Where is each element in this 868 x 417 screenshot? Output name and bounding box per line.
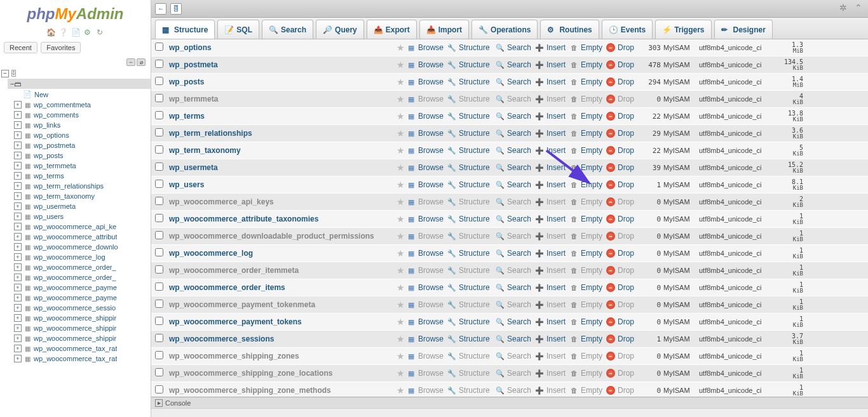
row-checkbox[interactable] <box>155 197 163 205</box>
tree-table-item[interactable]: +▦wp_commentmeta <box>1 100 151 110</box>
favorite-star-icon[interactable]: ★ <box>394 94 407 104</box>
expand-toggle-icon[interactable]: + <box>14 172 22 180</box>
help-icon[interactable]: ❔ <box>58 28 67 37</box>
search-action[interactable]: 🔍Search <box>496 60 535 69</box>
structure-action[interactable]: 🔧Structure <box>447 300 496 309</box>
empty-action[interactable]: 🗑Empty <box>569 180 606 189</box>
console-bar[interactable]: ▸Console <box>151 397 868 408</box>
expand-toggle-icon[interactable]: + <box>14 243 22 251</box>
table-name-link[interactable]: wp_woocommerce_sessions <box>166 334 394 343</box>
browse-action[interactable]: ▦Browse <box>407 146 447 155</box>
structure-action[interactable]: 🔧Structure <box>447 369 496 378</box>
empty-action[interactable]: 🗑Empty <box>569 300 606 309</box>
logo[interactable]: phpMyAdmin <box>0 0 151 28</box>
insert-action[interactable]: ➕Insert <box>535 266 569 275</box>
browse-action[interactable]: ▦Browse <box>407 317 447 326</box>
row-checkbox[interactable] <box>155 248 163 256</box>
row-checkbox[interactable] <box>155 334 163 342</box>
search-action[interactable]: 🔍Search <box>496 283 535 292</box>
tree-table-item[interactable]: +▦wp_links <box>1 120 151 130</box>
table-name-link[interactable]: wp_options <box>166 43 394 52</box>
empty-action[interactable]: 🗑Empty <box>569 317 606 326</box>
table-name-link[interactable]: wp_woocommerce_order_items <box>166 283 394 292</box>
insert-action[interactable]: ➕Insert <box>535 129 569 138</box>
search-action[interactable]: 🔍Search <box>496 129 535 138</box>
row-checkbox[interactable] <box>155 231 163 239</box>
recent-button[interactable]: Recent <box>4 42 37 53</box>
table-name-link[interactable]: wp_posts <box>166 77 394 86</box>
favorite-star-icon[interactable]: ★ <box>394 43 407 53</box>
table-name-link[interactable]: wp_woocommerce_payment_tokenmeta <box>166 300 394 309</box>
tree-table-item[interactable]: +▦wp_usermeta <box>1 201 151 211</box>
expand-toggle-icon[interactable]: − <box>1 70 9 77</box>
search-action[interactable]: 🔍Search <box>496 352 535 361</box>
tree-table-item[interactable]: +▦wp_woocommerce_downlo <box>1 242 151 252</box>
favorite-star-icon[interactable]: ★ <box>394 180 407 190</box>
structure-action[interactable]: 🔧Structure <box>447 232 496 241</box>
structure-action[interactable]: 🔧Structure <box>447 334 496 343</box>
browse-action[interactable]: ▦Browse <box>407 249 447 258</box>
drop-action[interactable]: −Drop <box>606 112 637 121</box>
tree-table-item[interactable]: +▦wp_woocommerce_shippir <box>1 313 151 323</box>
tab-structure[interactable]: ▦Structure <box>155 20 215 39</box>
favorite-star-icon[interactable]: ★ <box>394 162 407 173</box>
search-action[interactable]: 🔍Search <box>496 146 535 155</box>
structure-action[interactable]: 🔧Structure <box>447 60 496 69</box>
row-checkbox[interactable] <box>155 43 163 51</box>
favorite-star-icon[interactable]: ★ <box>394 197 407 207</box>
row-checkbox[interactable] <box>155 300 163 308</box>
tree-table-item[interactable]: +▦wp_termmeta <box>1 161 151 171</box>
favorite-star-icon[interactable]: ★ <box>394 334 407 344</box>
empty-action[interactable]: 🗑Empty <box>569 369 606 378</box>
table-name-link[interactable]: wp_woocommerce_api_keys <box>166 197 394 206</box>
search-action[interactable]: 🔍Search <box>496 334 535 343</box>
insert-action[interactable]: ➕Insert <box>535 112 569 121</box>
drop-action[interactable]: −Drop <box>606 283 637 292</box>
row-checkbox[interactable] <box>155 111 163 119</box>
structure-action[interactable]: 🔧Structure <box>447 163 496 172</box>
tree-table-item[interactable]: +▦wp_woocommerce_shippir <box>1 333 151 343</box>
browse-action[interactable]: ▦Browse <box>407 369 447 378</box>
drop-action[interactable]: −Drop <box>606 215 637 223</box>
structure-action[interactable]: 🔧Structure <box>447 77 496 86</box>
tree-table-item[interactable]: +▦wp_woocommerce_sessio <box>1 303 151 313</box>
search-action[interactable]: 🔍Search <box>496 112 535 121</box>
reload-icon[interactable]: ↻ <box>95 28 104 37</box>
insert-action[interactable]: ➕Insert <box>535 300 569 309</box>
expand-toggle-icon[interactable]: + <box>14 142 22 149</box>
row-checkbox[interactable] <box>155 180 163 188</box>
expand-toggle-icon[interactable]: + <box>14 324 22 332</box>
favorite-star-icon[interactable]: ★ <box>394 265 407 275</box>
row-checkbox[interactable] <box>155 368 163 376</box>
expand-toggle-icon[interactable]: + <box>14 223 22 230</box>
expand-toggle-icon[interactable]: + <box>14 192 22 200</box>
search-action[interactable]: 🔍Search <box>496 300 535 309</box>
table-name-link[interactable]: wp_woocommerce_payment_tokens <box>166 317 394 326</box>
browse-action[interactable]: ▦Browse <box>407 197 447 206</box>
insert-action[interactable]: ➕Insert <box>535 232 569 241</box>
insert-action[interactable]: ➕Insert <box>535 369 569 378</box>
browse-action[interactable]: ▦Browse <box>407 95 447 103</box>
favorite-star-icon[interactable]: ★ <box>394 300 407 310</box>
drop-action[interactable]: −Drop <box>606 129 637 138</box>
tree-table-item[interactable]: +▦wp_woocommerce_order_ <box>1 262 151 272</box>
drop-action[interactable]: −Drop <box>606 95 637 103</box>
favorite-star-icon[interactable]: ★ <box>394 317 407 327</box>
browse-action[interactable]: ▦Browse <box>407 352 447 361</box>
tab-operations[interactable]: 🔧Operations <box>471 20 538 39</box>
empty-action[interactable]: 🗑Empty <box>569 232 606 241</box>
favorite-star-icon[interactable]: ★ <box>394 282 407 293</box>
expand-toggle-icon[interactable]: + <box>14 182 22 190</box>
browse-action[interactable]: ▦Browse <box>407 232 447 241</box>
browse-action[interactable]: ▦Browse <box>407 77 447 86</box>
search-action[interactable]: 🔍Search <box>496 249 535 258</box>
tree-table-item[interactable]: +▦wp_woocommerce_shippir <box>1 323 151 333</box>
expand-toggle-icon[interactable]: + <box>14 162 22 169</box>
drop-action[interactable]: −Drop <box>606 249 637 258</box>
insert-action[interactable]: ➕Insert <box>535 95 569 103</box>
row-checkbox[interactable] <box>155 351 163 359</box>
favorite-star-icon[interactable]: ★ <box>394 385 407 395</box>
structure-action[interactable]: 🔧Structure <box>447 180 496 189</box>
drop-action[interactable]: −Drop <box>606 60 637 69</box>
structure-action[interactable]: 🔧Structure <box>447 129 496 138</box>
